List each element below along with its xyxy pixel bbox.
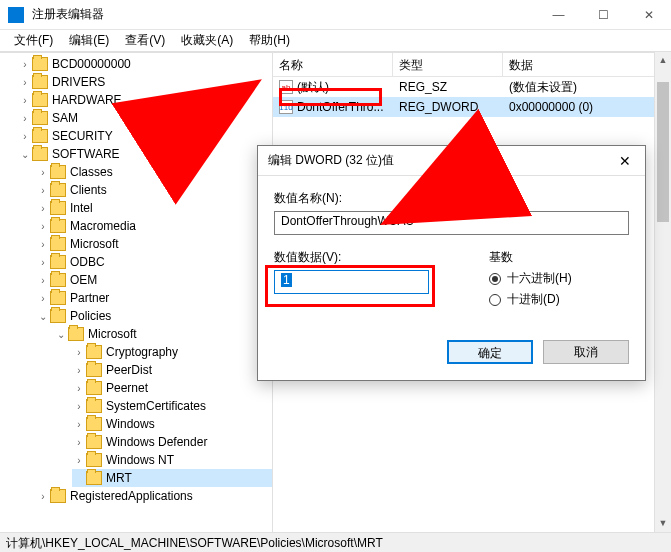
tree-item[interactable]: ›Peernet: [72, 379, 272, 397]
tree-item[interactable]: ›Cryptography: [72, 343, 272, 361]
vertical-scrollbar[interactable]: ▲ ▼: [654, 52, 671, 532]
tree-item[interactable]: ⌄SOFTWARE: [18, 145, 272, 163]
scroll-up-icon[interactable]: ▲: [655, 52, 671, 69]
tree-item[interactable]: ›SECURITY: [18, 127, 272, 145]
tree-item[interactable]: ⌄Policies: [36, 307, 272, 325]
menu-view[interactable]: 查看(V): [119, 30, 171, 51]
name-label: 数值名称(N):: [274, 190, 629, 207]
tree-item[interactable]: ›Macromedia: [36, 217, 272, 235]
tree-item[interactable]: ⌄Microsoft: [54, 325, 272, 343]
list-body[interactable]: ab(默认) REG_SZ (数值未设置) 110DontOfferThro..…: [273, 77, 671, 117]
scroll-down-icon[interactable]: ▼: [655, 515, 671, 532]
dialog-close-button[interactable]: ✕: [605, 153, 645, 169]
tree-item[interactable]: ›ODBC: [36, 253, 272, 271]
dword-icon: 110: [279, 100, 293, 114]
radio-icon: [489, 273, 501, 285]
data-field[interactable]: 1: [274, 270, 429, 294]
tree-item[interactable]: ›RegisteredApplications: [36, 487, 272, 505]
tree-item[interactable]: ›HARDWARE: [18, 91, 272, 109]
tree-item[interactable]: ›Clients: [36, 181, 272, 199]
titlebar: 注册表编辑器 — ☐ ✕: [0, 0, 671, 30]
statusbar: 计算机\HKEY_LOCAL_MACHINE\SOFTWARE\Policies…: [0, 532, 671, 552]
list-header: 名称 类型 数据: [273, 53, 671, 77]
tree-item[interactable]: ›Microsoft: [36, 235, 272, 253]
data-label: 数值数据(V):: [274, 249, 469, 266]
tree-item-selected[interactable]: MRT: [72, 469, 272, 487]
menubar: 文件(F) 编辑(E) 查看(V) 收藏夹(A) 帮助(H): [0, 30, 671, 52]
menu-edit[interactable]: 编辑(E): [63, 30, 115, 51]
minimize-button[interactable]: —: [536, 8, 581, 22]
tree-item[interactable]: ›Partner: [36, 289, 272, 307]
edit-dword-dialog: 编辑 DWORD (32 位)值 ✕ 数值名称(N): DontOfferThr…: [257, 145, 646, 381]
window-title: 注册表编辑器: [32, 6, 536, 23]
tree-item[interactable]: ›Windows NT: [72, 451, 272, 469]
tree-item[interactable]: ›BCD00000000: [18, 55, 272, 73]
list-row-selected[interactable]: 110DontOfferThro... REG_DWORD 0x00000000…: [273, 97, 671, 117]
tree-item[interactable]: ›PeerDist: [72, 361, 272, 379]
tree-item[interactable]: ›Windows Defender: [72, 433, 272, 451]
radio-hex[interactable]: 十六进制(H): [489, 270, 629, 287]
col-data[interactable]: 数据: [503, 53, 671, 76]
menu-favorites[interactable]: 收藏夹(A): [175, 30, 239, 51]
tree-item[interactable]: ›SystemCertificates: [72, 397, 272, 415]
col-type[interactable]: 类型: [393, 53, 503, 76]
menu-help[interactable]: 帮助(H): [243, 30, 296, 51]
string-icon: ab: [279, 80, 293, 94]
tree-item[interactable]: ›Intel: [36, 199, 272, 217]
cancel-button[interactable]: 取消: [543, 340, 629, 364]
ok-button[interactable]: 确定: [447, 340, 533, 364]
close-button[interactable]: ✕: [626, 8, 671, 22]
tree-item[interactable]: ›DRIVERS: [18, 73, 272, 91]
menu-file[interactable]: 文件(F): [8, 30, 59, 51]
list-row[interactable]: ab(默认) REG_SZ (数值未设置): [273, 77, 671, 97]
name-field[interactable]: DontOfferThroughWUAU: [274, 211, 629, 235]
tree-item[interactable]: ›OEM: [36, 271, 272, 289]
tree-item[interactable]: ›Windows: [72, 415, 272, 433]
maximize-button[interactable]: ☐: [581, 8, 626, 22]
tree-pane[interactable]: ›BCD00000000 ›DRIVERS ›HARDWARE ›SAM ›SE…: [0, 53, 273, 532]
radio-icon: [489, 294, 501, 306]
scroll-thumb[interactable]: [657, 82, 669, 222]
col-name[interactable]: 名称: [273, 53, 393, 76]
tree-item[interactable]: ›Classes: [36, 163, 272, 181]
dialog-title: 编辑 DWORD (32 位)值: [268, 152, 605, 169]
dialog-titlebar: 编辑 DWORD (32 位)值 ✕: [258, 146, 645, 176]
base-label: 基数: [489, 249, 629, 266]
app-icon: [8, 7, 24, 23]
tree-item[interactable]: ›SAM: [18, 109, 272, 127]
radio-dec[interactable]: 十进制(D): [489, 291, 629, 308]
